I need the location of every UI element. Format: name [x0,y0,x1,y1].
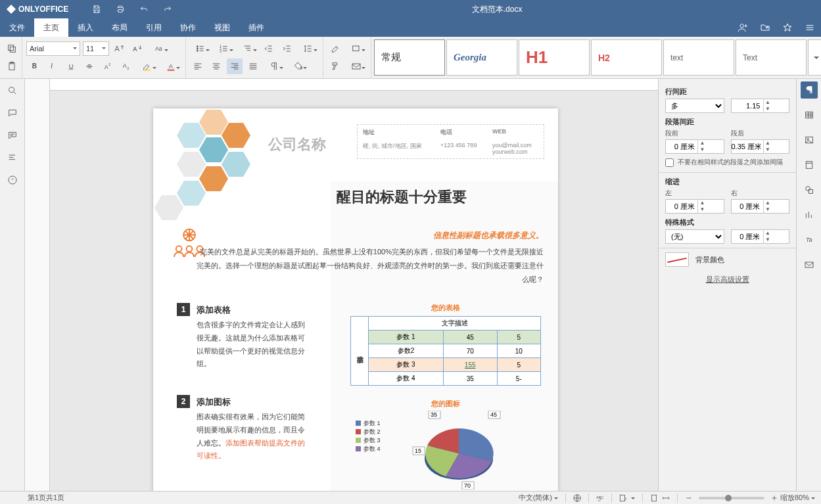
svg-rect-52 [806,162,812,169]
underline-icon[interactable]: U [63,58,79,74]
tab-view[interactable]: 视图 [205,18,239,37]
zoom-slider[interactable] [699,497,764,499]
comments-icon[interactable] [6,106,19,120]
mail-settings-icon[interactable] [801,256,818,273]
special-value[interactable]: ▲▼ [731,229,790,244]
copy-icon[interactable] [4,41,20,57]
font-size-combo[interactable]: 11 [83,41,109,56]
style-normal[interactable]: 常规 [374,39,445,76]
tab-layout[interactable]: 布局 [103,18,137,37]
document-page: 公司名称 地址电话WEB 楼, 街, 城市/地区, 国家+123 456 789… [153,108,558,491]
search-icon[interactable] [6,84,19,97]
textart-settings-icon[interactable]: Ta [801,231,818,248]
insert-shape-icon[interactable] [346,41,367,57]
svg-point-0 [740,24,743,28]
clear-format-icon[interactable] [327,41,343,57]
language-label[interactable]: 中文(简体) [519,493,552,503]
spacing-after[interactable]: ▲▼ [731,139,790,154]
image-settings-icon[interactable] [801,131,818,149]
paste-icon[interactable] [4,58,20,74]
save-icon[interactable] [90,3,103,16]
svg-rect-37 [356,438,361,443]
shape-settings-icon[interactable] [801,181,818,198]
favorite-icon[interactable] [776,18,799,37]
tab-references[interactable]: 引用 [137,18,171,37]
grow-font-icon[interactable] [112,41,128,57]
style-h1[interactable]: H1 [519,39,590,76]
multilevel-icon[interactable] [237,41,258,57]
subscript-icon[interactable]: A2 [118,58,134,74]
tab-home[interactable]: 主页 [34,18,68,37]
vertical-ruler[interactable] [25,79,50,491]
line-spacing-mode[interactable]: 多 [665,99,724,113]
strike-icon[interactable]: S [82,58,97,74]
style-georgia[interactable]: Georgia [446,39,517,76]
add-user-icon[interactable] [732,18,754,37]
indent-icon[interactable] [279,41,295,57]
spellcheck-icon[interactable]: ABC [594,492,606,504]
headings-icon[interactable] [6,151,19,164]
tab-plugins[interactable]: 插件 [239,18,273,37]
bullets-icon[interactable] [190,41,211,57]
right-sidebar: Ta [796,79,821,491]
copy-style-icon[interactable] [327,58,343,74]
align-right-icon[interactable] [227,58,243,74]
line-spacing-value[interactable]: ▲▼ [731,99,790,113]
page-count[interactable]: 第1页共1页 [28,493,64,503]
align-center-icon[interactable] [208,58,224,74]
tab-file[interactable]: 文件 [0,18,34,37]
no-space-same-style[interactable]: 不要在相同样式的段落之间添加间隔 [665,158,789,167]
special-mode[interactable]: (无) [665,229,724,244]
style-more[interactable] [808,39,821,76]
track-changes-icon[interactable] [617,492,629,504]
section-1-body: 包含很多字的文件肯定会让人感到很无趣。这就是为什么添加表格可以帮助提供一个更好的… [197,319,308,371]
style-text[interactable]: text [663,39,734,76]
tab-insert[interactable]: 插入 [68,18,103,37]
highlight-icon[interactable] [137,58,158,74]
document-area[interactable]: 公司名称 地址电话WEB 楼, 街, 城市/地区, 国家+123 456 789… [25,79,658,491]
paragraph-settings-icon[interactable] [801,81,818,99]
chat-icon[interactable] [6,129,19,142]
numbering-icon[interactable]: 123 [214,41,235,57]
status-bar: 第1页共1页 中文(简体) ABC 缩放80% [0,491,821,504]
outdent-icon[interactable] [261,41,277,57]
bold-icon[interactable]: B [26,58,42,74]
italic-icon[interactable]: I [45,58,60,74]
menu-icon[interactable] [799,18,821,37]
shrink-font-icon[interactable] [130,41,146,57]
fit-page-icon[interactable] [648,492,660,504]
superscript-icon[interactable]: A2 [100,58,116,74]
undo-icon[interactable] [137,3,151,16]
horizontal-ruler[interactable] [50,79,658,91]
svg-point-53 [805,187,810,191]
open-location-icon[interactable] [754,18,776,37]
tab-collaboration[interactable]: 协作 [171,18,205,37]
advanced-link[interactable]: 显示高级设置 [665,275,789,285]
table-settings-icon[interactable] [801,106,818,124]
bg-color-swatch[interactable] [665,252,689,267]
indent-right[interactable]: ▲▼ [731,199,790,214]
indent-left[interactable]: ▲▼ [665,199,724,214]
zoom-in-icon[interactable] [768,492,780,504]
style-text2[interactable]: Text [736,39,807,76]
globe-icon[interactable] [571,492,583,504]
style-h2[interactable]: H2 [591,39,662,76]
align-left-icon[interactable] [190,58,206,74]
zoom-label[interactable]: 缩放80% [780,493,809,503]
font-color-icon[interactable]: A [160,58,181,74]
shading-icon[interactable] [287,58,308,74]
mailmerge-icon[interactable] [346,58,367,74]
nonprinting-icon[interactable] [264,58,285,74]
feedback-icon[interactable] [6,173,19,187]
line-spacing-icon[interactable] [298,41,319,57]
chart-settings-icon[interactable] [801,206,818,223]
spacing-before[interactable]: ▲▼ [665,139,724,154]
redo-icon[interactable] [161,3,174,16]
change-case-icon[interactable]: Aa [149,41,170,57]
font-name-combo[interactable]: Arial [26,41,80,56]
align-justify-icon[interactable] [245,58,261,74]
fit-width-icon[interactable] [660,492,672,504]
zoom-out-icon[interactable] [683,492,695,504]
print-icon[interactable] [114,3,127,16]
header-settings-icon[interactable] [801,156,818,173]
